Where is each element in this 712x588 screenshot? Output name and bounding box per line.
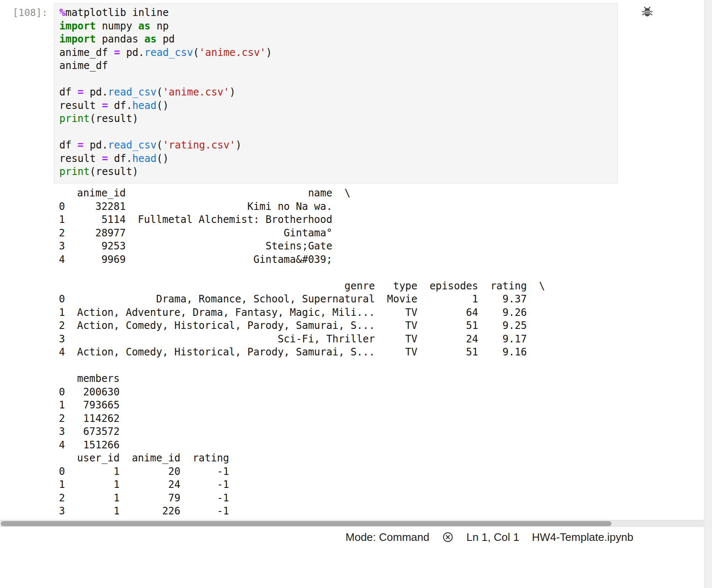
- code-content: %matplotlib inlineimport numpy as npimpo…: [59, 6, 612, 179]
- output-text: anime_id name \ 0 32281 Kimi no Na wa. 1…: [59, 187, 690, 521]
- horizontal-scrollbar-thumb[interactable]: [1, 521, 611, 526]
- notebook-filename: HW4-Template.ipynb: [532, 531, 633, 544]
- circle-x-icon[interactable]: [442, 531, 454, 543]
- cell-output-area: anime_id name \ 0 32281 Kimi no Na wa. 1…: [59, 187, 690, 521]
- debugger-button[interactable]: [639, 4, 656, 21]
- bug-icon: [640, 5, 654, 21]
- status-bar: Mode: Command Ln 1, Col 1 HW4-Template.i…: [0, 528, 704, 546]
- code-cell-editor[interactable]: %matplotlib inlineimport numpy as npimpo…: [54, 3, 618, 183]
- execution-count: [108]:: [13, 6, 51, 20]
- vertical-scrollbar-track[interactable]: [704, 0, 712, 588]
- command-mode-indicator[interactable]: Mode: Command: [346, 531, 429, 544]
- horizontal-scrollbar-track[interactable]: [0, 520, 704, 527]
- cursor-position-indicator[interactable]: Ln 1, Col 1: [466, 531, 519, 544]
